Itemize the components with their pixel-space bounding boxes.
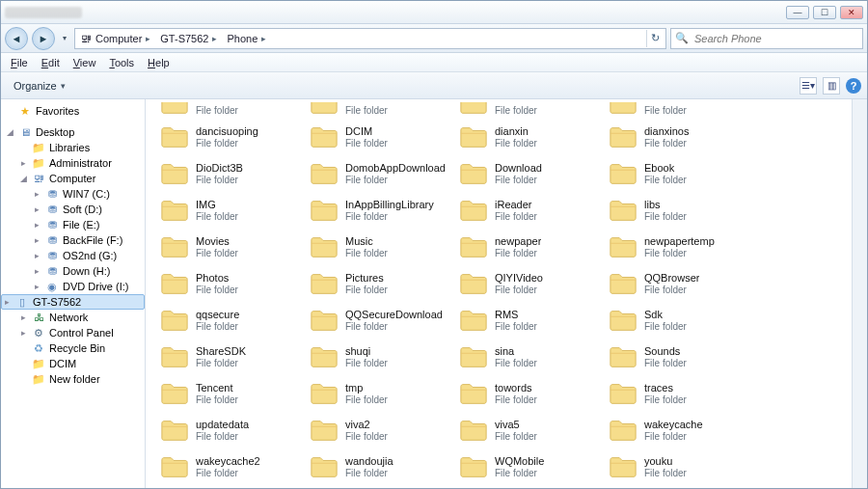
folder-item[interactable]: SdkFile folder — [604, 303, 753, 338]
tree-item[interactable]: ▸⛃OS2nd (G:) — [1, 248, 145, 263]
tree-item[interactable]: ▸⚙Control Panel — [1, 325, 145, 340]
tree-item[interactable]: ♻Recycle Bin — [1, 340, 145, 356]
folder-item[interactable]: viva2File folder — [305, 413, 454, 448]
tree-item[interactable]: ▸📁Administrator — [1, 155, 145, 171]
breadcrumb-segment[interactable]: 🖳Computer▸ — [77, 29, 154, 48]
tree-item[interactable]: 📁DCIM — [1, 356, 145, 371]
expand-icon[interactable]: ◢ — [5, 127, 14, 137]
maximize-button[interactable]: ☐ — [813, 6, 836, 19]
folder-item[interactable]: MusicFile folder — [305, 230, 454, 264]
folder-item[interactable]: youkuFile folder — [604, 449, 753, 484]
folder-item[interactable]: newpapertempFile folder — [604, 230, 753, 264]
folder-item[interactable]: dianxinosFile folder — [604, 120, 753, 154]
folder-item[interactable]: QQSecureDownloadFile folder — [305, 303, 454, 338]
folder-item[interactable]: TencentFile folder — [155, 376, 305, 411]
search-input[interactable] — [692, 32, 858, 45]
folder-item[interactable]: towordsFile folder — [454, 376, 604, 411]
expand-icon[interactable]: ▸ — [18, 328, 28, 338]
chevron-right-icon[interactable]: ▸ — [146, 34, 150, 43]
forward-button[interactable]: ► — [32, 27, 55, 50]
folder-item[interactable]: QQBrowserFile folder — [604, 266, 753, 301]
folder-item[interactable]: iReaderFile folder — [454, 193, 604, 228]
folder-item[interactable]: File folder — [454, 102, 604, 118]
folder-item[interactable]: wakeycacheFile folder — [604, 413, 753, 448]
folder-item[interactable]: sinaFile folder — [454, 340, 604, 374]
tree-item[interactable]: ▸⛃BackFile (F:) — [1, 232, 145, 248]
folder-item[interactable]: IMGFile folder — [155, 193, 305, 228]
preview-pane-button[interactable]: ▥ — [823, 77, 840, 95]
refresh-button[interactable]: ↻ — [646, 30, 664, 47]
folder-item[interactable]: qqsecureFile folder — [155, 303, 305, 338]
folder-item[interactable]: tracesFile folder — [604, 376, 753, 411]
navigation-pane[interactable]: ★Favorites◢🖥Desktop📁Libraries▸📁Administr… — [1, 99, 146, 488]
file-item[interactable]: AndroidPhotoBackup.logText Document420 b… — [454, 486, 604, 488]
tree-item[interactable]: ▸🖧Network — [1, 310, 145, 325]
folder-item[interactable]: updatedataFile folder — [155, 413, 305, 448]
expand-icon[interactable]: ▸ — [18, 158, 28, 168]
search-box[interactable]: 🔍 — [670, 28, 863, 49]
tree-item[interactable]: ▸⛃File (E:) — [1, 217, 145, 232]
folder-item[interactable]: PicturesFile folder — [305, 266, 454, 301]
folder-item[interactable]: dancisuopingFile folder — [155, 120, 305, 154]
expand-icon[interactable]: ▸ — [32, 251, 41, 260]
folder-item[interactable]: shuqiFile folder — [305, 340, 454, 374]
expand-icon[interactable]: ▸ — [32, 266, 41, 276]
folder-item[interactable]: DCIMFile folder — [305, 120, 454, 154]
folder-item[interactable]: viva5File folder — [454, 413, 604, 448]
tree-favorites[interactable]: ★Favorites — [1, 103, 145, 119]
chevron-right-icon[interactable]: ▸ — [212, 34, 217, 43]
back-button[interactable]: ◄ — [5, 27, 28, 50]
change-view-button[interactable]: ☰▾ — [800, 77, 817, 95]
folder-item[interactable]: File folder — [155, 102, 305, 118]
expand-icon[interactable]: ◢ — [18, 174, 28, 183]
help-button[interactable]: ? — [846, 78, 861, 94]
file-list[interactable]: File folderdancisuopingFile folderDioDic… — [146, 99, 852, 488]
history-dropdown[interactable]: ▾ — [59, 27, 70, 50]
folder-item[interactable]: newpaperFile folder — [454, 230, 604, 264]
tree-item[interactable]: ▸◉DVD Drive (I:) — [1, 279, 145, 294]
folder-item[interactable]: SoundsFile folder — [604, 340, 753, 374]
folder-item[interactable]: ShareSDKFile folder — [155, 340, 305, 374]
expand-icon[interactable]: ▸ — [32, 220, 41, 230]
close-button[interactable]: ✕ — [840, 6, 863, 19]
folder-item[interactable]: InAppBillingLibraryFile folder — [305, 193, 454, 228]
tree-item[interactable]: ▸⛃Down (H:) — [1, 263, 145, 279]
folder-item[interactable]: MoviesFile folder — [155, 230, 305, 264]
folder-item[interactable]: DioDict3BFile folder — [155, 156, 305, 191]
menu-edit[interactable]: Edit — [36, 55, 66, 70]
folder-item[interactable]: dianxinFile folder — [454, 120, 604, 154]
expand-icon[interactable]: ▸ — [2, 297, 12, 307]
folder-item[interactable]: PhotosFile folder — [155, 266, 305, 301]
folder-item[interactable]: EbookFile folder — [604, 156, 753, 191]
organize-menu[interactable]: Organize ▾ — [7, 77, 72, 95]
expand-icon[interactable]: ▸ — [32, 204, 41, 214]
folder-item[interactable]: wandoujiaFile folder — [305, 449, 454, 484]
folder-item[interactable]: QIYIVideoFile folder — [454, 266, 604, 301]
folder-item[interactable]: File folder — [305, 102, 454, 118]
tree-item[interactable]: 📁Libraries — [1, 140, 145, 155]
folder-item[interactable]: DomobAppDownloadFile folder — [305, 156, 454, 191]
folder-item[interactable]: DownloadFile folder — [454, 156, 604, 191]
file-item[interactable]: 00002.vcfVCard file8.42 KB — [305, 486, 454, 488]
chevron-right-icon[interactable]: ▸ — [261, 34, 266, 43]
file-item[interactable]: com.autonavi.minimap_0.logText Document0… — [604, 486, 753, 488]
minimize-button[interactable]: — — [786, 6, 809, 19]
menu-file[interactable]: File — [5, 55, 34, 70]
folder-item[interactable]: File folder — [604, 102, 753, 118]
tree-item[interactable]: ◢🖳Computer — [1, 171, 145, 186]
expand-icon[interactable]: ▸ — [18, 312, 28, 322]
expand-icon[interactable]: ▸ — [32, 282, 41, 291]
vertical-scrollbar[interactable] — [852, 99, 867, 488]
folder-item[interactable]: RMSFile folder — [454, 303, 604, 338]
expand-icon[interactable]: ▸ — [32, 189, 41, 199]
expand-icon[interactable]: ▸ — [32, 235, 41, 245]
menu-tools[interactable]: Tools — [103, 55, 140, 70]
tree-item[interactable]: 📁New folder — [1, 371, 145, 387]
address-bar[interactable]: 🖳Computer▸GT-S7562▸Phone▸↻ — [74, 28, 666, 49]
tree-desktop[interactable]: ◢🖥Desktop — [1, 124, 145, 140]
tree-item[interactable]: ▸▯GT-S7562 — [1, 294, 145, 310]
breadcrumb-segment[interactable]: Phone▸ — [223, 29, 270, 48]
tree-item[interactable]: ▸⛃WIN7 (C:) — [1, 186, 145, 202]
folder-item[interactable]: wakeycache2File folder — [155, 449, 305, 484]
breadcrumb-segment[interactable]: GT-S7562▸ — [156, 29, 221, 48]
